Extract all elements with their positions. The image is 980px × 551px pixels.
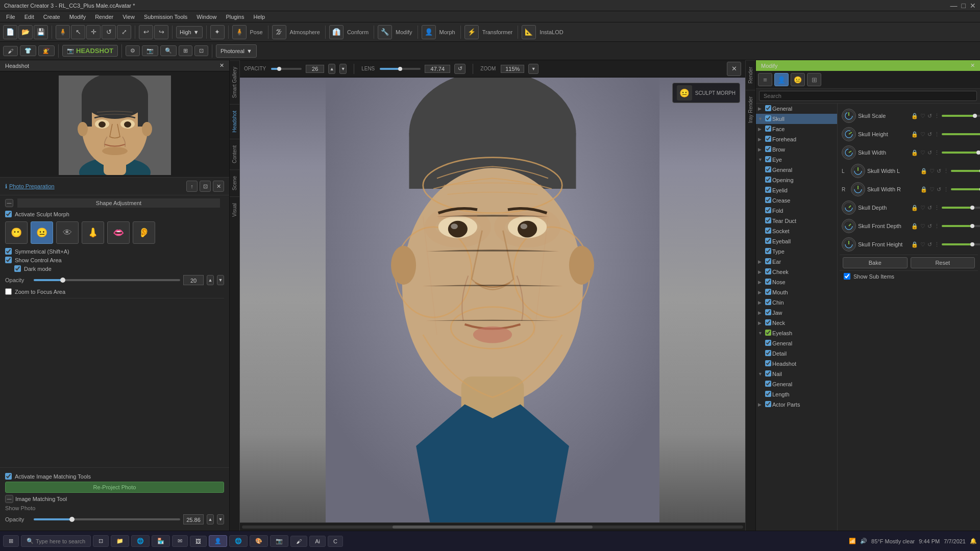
tree-nail[interactable]: ▼ Nail [756, 369, 837, 379]
skull-front-height-lock[interactable]: 🔒 [911, 241, 918, 248]
skull-front-height-thumb[interactable] [970, 242, 974, 246]
skull-width-dial[interactable] [842, 145, 856, 160]
menu-view[interactable]: View [118, 13, 139, 21]
skull-scale-dial[interactable] [842, 109, 856, 123]
tree-check-actor-parts[interactable] [765, 401, 771, 408]
tree-skull[interactable]: ▼ Skull [756, 114, 837, 124]
tree-eyelash-detail[interactable]: Detail [763, 348, 837, 359]
tab-smart-gallery[interactable]: Smart Gallery [230, 60, 239, 104]
cc3-task-btn[interactable]: 👤 [209, 535, 227, 547]
sculpt-head-btn[interactable]: 😶 [5, 221, 28, 244]
menu-submission[interactable]: Submission Tools [140, 13, 191, 21]
notification-icon[interactable]: 🔔 [970, 538, 977, 544]
opacity-up-btn[interactable]: ▲ [207, 275, 214, 285]
light-btn[interactable]: ✦ [210, 25, 225, 39]
tree-crease[interactable]: Crease [763, 195, 837, 206]
sculpt-mouth-btn[interactable]: 👄 [107, 221, 130, 244]
new-btn[interactable]: 📄 [3, 25, 17, 39]
tree-check-neck[interactable] [765, 319, 771, 327]
tree-opening[interactable]: Opening [763, 175, 837, 185]
tab-render[interactable]: Render [746, 60, 755, 90]
skull-width-r-heart[interactable]: ♡ [929, 186, 935, 193]
file-explorer-btn[interactable]: 📁 [111, 535, 129, 547]
show-control-check[interactable] [5, 257, 12, 263]
menu-create[interactable]: Create [39, 13, 64, 21]
skull-scale-heart[interactable]: ♡ [920, 113, 925, 119]
tree-check-face[interactable] [765, 126, 771, 133]
menu-plugins[interactable]: Plugins [222, 13, 248, 21]
headshot-btn[interactable]: 📷 HEADSHOT [62, 45, 118, 57]
search-input[interactable] [759, 91, 977, 101]
sculpt-face-btn[interactable]: 😐 [31, 221, 53, 244]
skull-width-track[interactable] [942, 152, 980, 154]
skull-width-r-track[interactable] [951, 188, 980, 190]
skull-front-height-more[interactable]: ⋮ [934, 241, 940, 248]
paint-cloth-btn[interactable]: 👕 [20, 45, 36, 56]
start-btn[interactable]: ⊞ [3, 535, 19, 547]
tree-face[interactable]: ▶ Face [756, 124, 837, 134]
skull-height-more[interactable]: ⋮ [934, 131, 940, 138]
layers-btn[interactable]: ⊡ [194, 45, 208, 56]
vp-lens-thumb[interactable] [398, 67, 402, 71]
skull-front-height-track[interactable] [942, 243, 980, 245]
opacity-down-btn[interactable]: ▼ [217, 275, 224, 285]
tree-check-jaw[interactable] [765, 309, 771, 316]
tree-check-eye[interactable] [765, 156, 771, 163]
skull-depth-more[interactable]: ⋮ [934, 205, 940, 211]
opacity-track[interactable] [34, 279, 180, 281]
skull-width-r-dial[interactable] [851, 182, 865, 196]
tree-check-nail[interactable] [765, 370, 771, 378]
skull-scale-more[interactable]: ⋮ [934, 113, 940, 119]
upload-btn[interactable]: ↑ [186, 181, 198, 192]
tree-eyelash[interactable]: ▼ Eyelash [756, 328, 837, 338]
atmosphere-btn[interactable]: 🌫 [272, 25, 286, 39]
select-btn[interactable]: ↖ [71, 25, 85, 39]
matching-opacity-track[interactable] [34, 518, 180, 520]
skull-width-l-more[interactable]: ⋮ [943, 168, 949, 174]
tree-check-eyelash-detail[interactable] [765, 350, 771, 357]
skull-scale-thumb[interactable] [973, 114, 977, 118]
menu-window[interactable]: Window [192, 13, 220, 21]
bake-btn[interactable]: Bake [843, 257, 908, 268]
zoom-btn[interactable]: 🔍 [160, 45, 177, 56]
tree-check-eye-general[interactable] [765, 166, 771, 173]
vp-opacity-thumb[interactable] [277, 67, 281, 71]
skull-front-depth-track[interactable] [942, 225, 980, 227]
menu-help[interactable]: Help [249, 13, 269, 21]
skull-width-r-reset[interactable]: ↺ [937, 186, 941, 193]
mod-tab-sliders[interactable]: ≡ [758, 73, 772, 86]
tree-nose[interactable]: ▶ Nose [756, 277, 837, 287]
tree-check-eye-type[interactable] [765, 248, 771, 255]
undo-btn[interactable]: ↩ [139, 25, 153, 39]
opacity-value[interactable]: 20 [183, 275, 204, 285]
skull-front-height-heart[interactable]: ♡ [920, 241, 925, 248]
tree-check-ear[interactable] [765, 258, 771, 265]
app-btn4[interactable]: Ai [309, 536, 326, 547]
vp-lens-input[interactable]: 47.74 [425, 65, 450, 73]
sculpt-ear-btn[interactable]: 👂 [133, 221, 155, 244]
tab-visual[interactable]: Visual [230, 196, 239, 223]
skull-depth-heart[interactable]: ♡ [920, 205, 925, 211]
skull-depth-reset[interactable]: ↺ [927, 205, 932, 211]
opacity-thumb[interactable] [60, 278, 65, 283]
tree-eyelash-general[interactable]: General [763, 338, 837, 348]
tree-check-nail-general[interactable] [765, 381, 771, 388]
skull-width-heart[interactable]: ♡ [920, 149, 925, 156]
move-btn[interactable]: ✛ [86, 25, 101, 39]
tree-eye[interactable]: ▼ Eye [756, 155, 837, 165]
tree-check-eyelash-general[interactable] [765, 340, 771, 347]
app-btn1[interactable]: 🎨 [250, 535, 268, 547]
skull-height-reset[interactable]: ↺ [927, 131, 932, 138]
skull-front-depth-lock[interactable]: 🔒 [911, 223, 918, 230]
vp-zoom-input[interactable]: 115% [501, 65, 524, 73]
tree-check-cheek[interactable] [765, 268, 771, 276]
skull-depth-dial[interactable] [842, 201, 856, 215]
skull-front-depth-reset[interactable]: ↺ [927, 223, 932, 230]
tree-cheek[interactable]: ▶ Cheek [756, 267, 837, 277]
tree-check-brow[interactable] [765, 146, 771, 153]
tree-check-eyelid[interactable] [765, 187, 771, 194]
tree-eyelash-headshot[interactable]: Headshot [763, 359, 837, 369]
search-taskbar[interactable]: 🔍 Type here to search [21, 535, 91, 547]
zoom-focus-check[interactable] [5, 288, 12, 295]
modify-btn[interactable]: 🔧 [378, 25, 392, 39]
